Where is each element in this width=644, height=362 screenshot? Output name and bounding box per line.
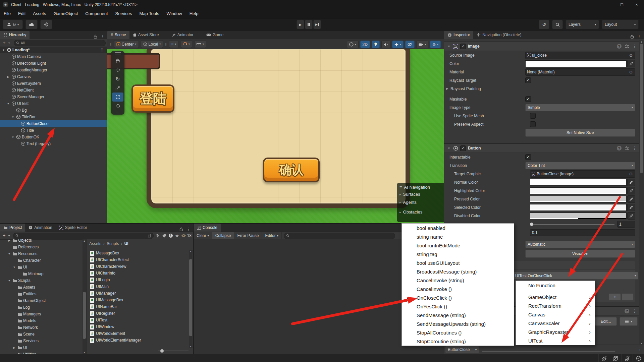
hierarchy-item-loadingmanager[interactable]: LoadingManager <box>0 67 107 73</box>
shading-mode-dropdown[interactable]: ▾ <box>347 41 359 48</box>
project-search-input[interactable] <box>20 234 146 238</box>
project-folder-scripts[interactable]: ▼Scripts <box>0 277 83 284</box>
undo-history-button[interactable]: ↺ <box>539 20 549 29</box>
menu-assets[interactable]: Assets <box>29 9 50 18</box>
tag-icon[interactable] <box>162 234 166 238</box>
debugger-disabled-icon[interactable] <box>598 354 610 362</box>
project-folder-managers[interactable]: Managers <box>0 311 83 317</box>
color-multiplier-slider[interactable]: 1 <box>530 221 635 228</box>
edit-button[interactable]: Edit... <box>595 317 617 326</box>
fade-duration-field[interactable]: 0.1 <box>530 229 635 236</box>
scale-tool[interactable] <box>112 83 123 93</box>
notifications-disabled-icon[interactable] <box>621 354 633 362</box>
foldout-open-icon[interactable]: ▼ <box>11 136 15 139</box>
preserve-aspect-checkbox[interactable] <box>530 121 536 127</box>
file-uimain[interactable]: #UIMain <box>87 283 189 290</box>
panel-menu-icon[interactable]: ⋮ <box>186 227 191 232</box>
create-asset-button[interactable]: ＋ <box>2 233 6 239</box>
camera-dropdown[interactable]: ▾ <box>416 41 428 48</box>
hierarchy-item-buttonclose[interactable]: ButtonClose <box>0 120 107 127</box>
menu-item-stopcoroutine-string-[interactable]: StopCoroutine (string) <box>402 337 514 346</box>
object-picker-icon[interactable]: ⊙ <box>628 70 634 74</box>
inspector-scrollbar[interactable]: ▲ ▼ <box>639 40 644 345</box>
layers-dropdown[interactable]: Layers▾ <box>566 20 599 29</box>
file-uimanager[interactable]: #UIManager <box>87 290 189 297</box>
add-listener-button[interactable]: ＋ <box>609 293 621 301</box>
measure-tool[interactable]: ▾ <box>194 40 206 48</box>
foldout-closed-icon[interactable]: ▶ <box>12 346 16 349</box>
menu-item-broadcastmessage-string-[interactable]: BroadcastMessage (string) <box>402 267 514 276</box>
game-confirm-button[interactable]: 确认 <box>263 158 320 182</box>
nav-obstacles-foldout[interactable]: ▸Obstacles <box>399 209 441 215</box>
menu-item-graphicraycaster[interactable]: GraphicRaycaster› <box>516 327 595 336</box>
file-uiworldelement[interactable]: #UIWorldElement <box>87 330 189 337</box>
breadcrumb[interactable]: Assets›Scripts›UI <box>87 239 193 248</box>
eyedropper-icon[interactable] <box>627 179 635 186</box>
scroll-down-icon[interactable]: ▼ <box>639 342 644 345</box>
gizmos-dropdown[interactable]: ⊕▾ <box>430 41 441 48</box>
foldout-open-icon[interactable]: ▼ <box>7 252 11 255</box>
eyedropper-icon[interactable] <box>627 187 635 194</box>
hierarchy-item-main-camera[interactable]: Main Camera <box>0 53 107 60</box>
project-folder-objects[interactable]: ▶Objects <box>0 239 83 244</box>
menu-item-no-function[interactable]: No Function <box>516 281 595 290</box>
file-uiwindow[interactable]: #UIWindow <box>87 323 189 330</box>
tab-hierarchy[interactable]: Hierarchy <box>0 31 30 39</box>
project-folder-gameobject[interactable]: GameObject <box>0 297 83 304</box>
menu-item-string-name[interactable]: string name <box>402 232 514 241</box>
hierarchy-item-buttonok[interactable]: ▼ButtonOK <box>0 134 107 140</box>
lock-icon[interactable] <box>94 35 97 39</box>
eyedropper-icon[interactable] <box>627 195 635 203</box>
scroll-up-icon[interactable]: ▲ <box>83 240 86 242</box>
visibility-toggle[interactable] <box>405 41 415 48</box>
thumbnail-size-slider[interactable] <box>158 349 189 353</box>
hierarchy-search[interactable] <box>14 40 106 46</box>
scroll-down-icon[interactable]: ▼ <box>189 345 193 348</box>
search-everywhere-button[interactable] <box>552 20 563 29</box>
pause-button[interactable] <box>305 20 313 29</box>
hierarchy-item-scenemanager[interactable]: SceneManager <box>0 94 107 100</box>
foldout-open-icon[interactable]: ▼ <box>7 279 11 282</box>
play-button[interactable]: ▶ <box>297 20 304 29</box>
foldout-closed-icon[interactable]: ▶ <box>6 75 10 78</box>
grid-toggle[interactable]: ⌗▾ <box>169 40 179 48</box>
file-messagebox[interactable]: #MessageBox <box>87 250 189 256</box>
add-object-caret-icon[interactable]: ▾ <box>8 42 10 45</box>
console-search[interactable] <box>284 233 395 239</box>
scroll-down-icon[interactable]: ▼ <box>83 351 86 354</box>
menu-item-onyesclick-[interactable]: OnYesClick () <box>402 302 514 311</box>
favorites-icon[interactable]: ★ <box>175 233 179 238</box>
eyedropper-icon[interactable] <box>627 212 635 220</box>
component-menu-icon[interactable]: ⋮ <box>633 309 637 313</box>
hierarchy-item-directional-light[interactable]: Directional Light <box>0 60 107 67</box>
menu-item-bool-runineditmode[interactable]: bool runInEditMode <box>402 241 514 250</box>
transition-dropdown[interactable]: Color Tint▾ <box>525 162 635 169</box>
audio-toggle[interactable] <box>381 41 390 48</box>
eyedropper-icon[interactable] <box>627 204 635 211</box>
collapse-button[interactable]: Collapse <box>212 232 234 239</box>
cloud-button[interactable] <box>25 20 38 29</box>
nav-agents-foldout[interactable]: ▸Agents <box>399 200 441 205</box>
menu-map-tools[interactable]: Map Tools <box>136 9 163 18</box>
settings-button[interactable] <box>40 20 52 29</box>
step-button[interactable]: ▶ <box>313 20 321 29</box>
menu-window[interactable]: Window <box>163 9 185 18</box>
onclick-function-dropdown[interactable]: UITest.OnCloseClick▾ <box>513 272 638 280</box>
minimize-button[interactable]: – <box>600 0 614 9</box>
asset-dropdown[interactable]: ButtonClose▾ <box>445 346 479 353</box>
hand-tool[interactable] <box>112 56 123 65</box>
editor-dropdown[interactable]: Editor▾ <box>262 232 281 239</box>
menu-item-canvas[interactable]: Canvas› <box>516 310 595 319</box>
hierarchy-item-titlebar[interactable]: ▼TitleBar <box>0 114 107 120</box>
game-login-button[interactable]: 登陆 <box>131 84 174 113</box>
scene-viewport[interactable]: 登陆 确认 ↻ ≡ AI Navigation <box>107 49 444 223</box>
highlighted-color-swatch[interactable] <box>530 187 627 194</box>
scroll-up-icon[interactable]: ▲ <box>639 41 644 43</box>
overlay-handle-icon[interactable]: ≡ <box>399 185 402 190</box>
menu-item-canvasscaler[interactable]: CanvasScaler› <box>516 319 595 327</box>
menu-item-cancelinvoke-string-[interactable]: CancelInvoke (string) <box>402 276 514 285</box>
breadcrumb-scripts[interactable]: Scripts <box>107 241 119 246</box>
foldout-closed-icon[interactable]: ▶ <box>7 239 11 242</box>
foldout-open-icon[interactable]: ▼ <box>6 102 10 105</box>
project-folder-character[interactable]: Character <box>0 257 83 264</box>
